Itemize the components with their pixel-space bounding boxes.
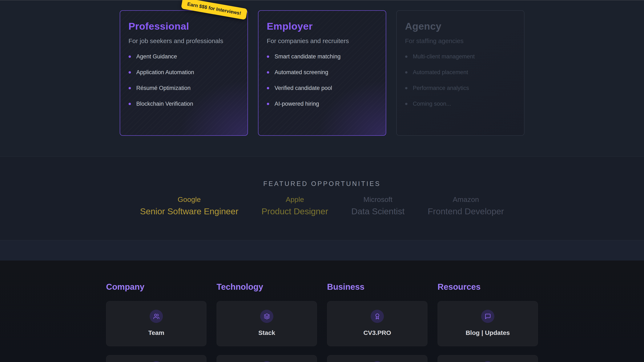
users-icon <box>153 313 160 320</box>
plan-card-professional[interactable]: Earn $$$ for Interviews! Professional Fo… <box>120 10 248 136</box>
bullet-dot-icon <box>128 87 131 89</box>
plans-section: Earn $$$ for Interviews! Professional Fo… <box>0 0 644 157</box>
footer-heading: Business <box>327 283 428 291</box>
footer-card-label: CV3.PRO <box>364 329 391 336</box>
bullet-dot-icon <box>267 71 269 74</box>
footer-card-hidden[interactable] <box>438 355 538 362</box>
footer-card-hidden[interactable] <box>216 355 317 362</box>
plan-feature-list: Agent Guidance Application Automation Ré… <box>128 53 239 107</box>
featured-opportunities-title: FEATURED OPPORTUNITIES <box>0 157 644 188</box>
bullet-dot-icon <box>267 87 269 89</box>
plan-title: Professional <box>128 20 239 32</box>
footer-heading: Technology <box>216 283 317 291</box>
feature-text: Coming soon... <box>413 101 451 107</box>
bullet-dot-icon <box>128 71 131 74</box>
bullet-dot-icon <box>128 55 131 58</box>
featured-jobs-carousel: Google Senior Software Engineer Apple Pr… <box>0 195 644 217</box>
job-company: Google <box>140 195 238 204</box>
plan-subtitle: For job seekers and professionals <box>128 37 239 44</box>
feature-text: Automated placement <box>413 69 468 76</box>
feature-text: Verified candidate pool <box>275 85 332 91</box>
plan-feature: Agent Guidance <box>128 53 239 60</box>
icon-circle <box>260 361 274 362</box>
plan-title: Employer <box>267 20 377 32</box>
featured-job-microsoft[interactable]: Microsoft Data Scientist <box>351 195 404 217</box>
bullet-dot-icon <box>405 71 408 74</box>
job-role: Product Designer <box>262 206 328 217</box>
earn-for-interviews-badge: Earn $$$ for Interviews! <box>181 0 248 20</box>
section-divider-band <box>0 240 644 261</box>
job-company: Microsoft <box>351 195 404 204</box>
feature-text: Résumé Optimization <box>136 85 191 91</box>
footer-column-company: Company Team <box>106 283 206 362</box>
footer-card-hidden[interactable] <box>327 355 428 362</box>
footer-card-label: Blog | Updates <box>466 329 510 336</box>
footer-column-business: Business CV3.PRO <box>327 283 428 362</box>
plan-feature: Automated screening <box>267 69 377 76</box>
plan-feature: Verified candidate pool <box>267 85 377 91</box>
icon-circle <box>481 310 494 323</box>
bullet-dot-icon <box>405 55 408 58</box>
job-role: Data Scientist <box>351 206 404 217</box>
plan-feature: Performance analytics <box>405 85 516 91</box>
job-company: Amazon <box>428 195 504 204</box>
feature-text: Automated screening <box>275 69 328 76</box>
footer-card-label: Stack <box>258 329 275 336</box>
icon-circle <box>370 310 384 323</box>
plan-title: Agency <box>405 20 516 32</box>
plan-card-employer[interactable]: Employer For companies and recruiters Sm… <box>258 10 386 136</box>
feature-text: Agent Guidance <box>136 53 177 60</box>
icon-circle <box>370 361 384 362</box>
plan-feature-list: Smart candidate matching Automated scree… <box>267 53 377 107</box>
footer-card-label: Team <box>148 329 164 336</box>
footer-card-hidden[interactable] <box>106 355 206 362</box>
icon-circle <box>150 361 163 362</box>
plan-cards-row: Earn $$$ for Interviews! Professional Fo… <box>0 0 644 136</box>
job-role: Senior Software Engineer <box>140 206 238 217</box>
footer-column-technology: Technology Stack <box>216 283 317 362</box>
icon-circle <box>150 310 163 323</box>
footer-card-stack[interactable]: Stack <box>216 301 317 346</box>
footer-card-blog[interactable]: Blog | Updates <box>438 301 538 346</box>
plan-feature: Coming soon... <box>405 101 516 107</box>
plan-subtitle: For companies and recruiters <box>267 37 377 44</box>
feature-text: Blockchain Verification <box>136 101 193 107</box>
plan-feature: Résumé Optimization <box>128 85 239 91</box>
plan-feature: AI-powered hiring <box>267 101 377 107</box>
bullet-dot-icon <box>267 103 269 105</box>
feature-text: Smart candidate matching <box>275 53 341 60</box>
plan-card-agency: Agency For staffing agencies Multi-clien… <box>396 10 524 136</box>
plan-feature: Application Automation <box>128 69 239 76</box>
plan-feature: Multi-client management <box>405 53 516 60</box>
bullet-dot-icon <box>405 87 408 89</box>
message-icon <box>485 313 491 320</box>
icon-circle <box>481 361 494 362</box>
plan-feature: Automated placement <box>405 69 516 76</box>
feature-text: Performance analytics <box>413 85 469 91</box>
featured-job-apple[interactable]: Apple Product Designer <box>262 195 328 217</box>
plan-feature: Smart candidate matching <box>267 53 377 60</box>
featured-job-amazon[interactable]: Amazon Frontend Developer <box>428 195 504 217</box>
footer-heading: Resources <box>438 283 538 291</box>
footer-grid: Company Team Technology Stack <box>106 283 538 362</box>
featured-job-google[interactable]: Google Senior Software Engineer <box>140 195 238 217</box>
job-role: Frontend Developer <box>428 206 504 217</box>
layers-icon <box>264 313 270 320</box>
feature-text: Multi-client management <box>413 53 475 60</box>
feature-text: Application Automation <box>136 69 194 76</box>
footer-card-team[interactable]: Team <box>106 301 206 346</box>
feature-text: AI-powered hiring <box>275 101 319 107</box>
icon-circle <box>260 310 274 323</box>
featured-opportunities-section: FEATURED OPPORTUNITIES Google Senior Sof… <box>0 157 644 240</box>
bullet-dot-icon <box>128 103 131 105</box>
bullet-dot-icon <box>405 103 408 105</box>
footer-column-resources: Resources Blog | Updates <box>438 283 538 362</box>
footer-heading: Company <box>106 283 206 291</box>
plan-subtitle: For staffing agencies <box>405 37 516 44</box>
plan-feature: Blockchain Verification <box>128 101 239 107</box>
bullet-dot-icon <box>267 55 269 58</box>
job-company: Apple <box>262 195 328 204</box>
footer: Company Team Technology Stack <box>0 261 644 362</box>
footer-card-cv3pro[interactable]: CV3.PRO <box>327 301 428 346</box>
plan-feature-list: Multi-client management Automated placem… <box>405 53 516 107</box>
